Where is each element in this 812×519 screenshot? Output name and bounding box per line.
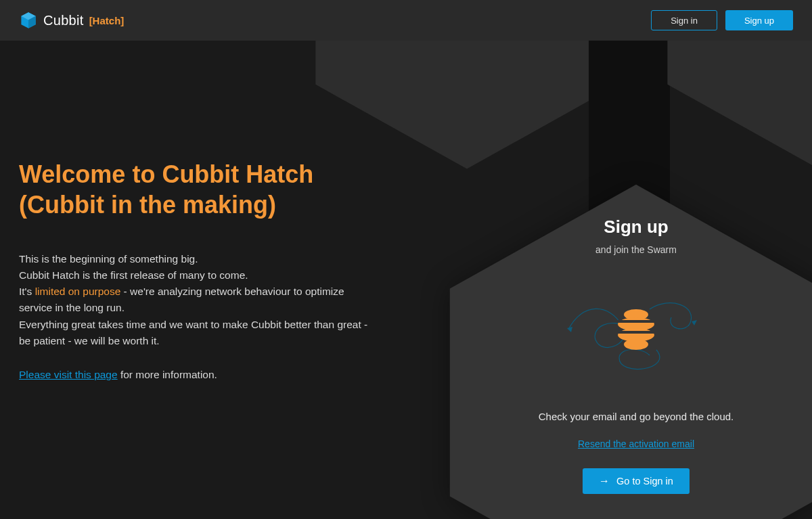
card-title: Sign up (604, 217, 668, 238)
bee-swarm-icon (555, 275, 717, 384)
hero-link-after: for more information. (118, 369, 217, 380)
svg-marker-7 (567, 327, 572, 332)
main: Welcome to Cubbit Hatch (Cubbit in the m… (0, 41, 812, 519)
card-subtitle: and join the Swarm (595, 244, 677, 255)
hero-title-line2: (Cubbit in the making) (19, 191, 276, 219)
hero-title: Welcome to Cubbit Hatch (Cubbit in the m… (19, 159, 379, 220)
go-to-signin-label: Go to Sign in (616, 476, 673, 487)
go-to-signin-button[interactable]: → Go to Sign in (583, 468, 690, 494)
signin-button[interactable]: Sign in (651, 10, 717, 30)
hero-column: Welcome to Cubbit Hatch (Cubbit in the m… (0, 41, 379, 519)
hero-more-info-link[interactable]: Please visit this page (19, 369, 118, 380)
hero-p3a: It's (19, 286, 35, 297)
resend-activation-link[interactable]: Resend the activation email (578, 438, 694, 449)
hero-p4: Everything great takes time and we want … (19, 319, 367, 346)
brand-name: Cubbit (43, 13, 84, 28)
hero-copy: This is the beginning of something big. … (19, 251, 379, 348)
logo[interactable]: Cubbit [Hatch] (19, 11, 124, 30)
svg-rect-13 (616, 320, 656, 323)
svg-rect-14 (616, 331, 656, 334)
header: Cubbit [Hatch] Sign in Sign up (0, 0, 812, 41)
signup-button[interactable]: Sign up (725, 10, 793, 30)
svg-marker-8 (692, 320, 697, 325)
arrow-right-icon: → (599, 475, 610, 487)
hero-p2: Cubbit Hatch is the first release of man… (19, 269, 248, 281)
cube-logo-icon (19, 11, 38, 30)
hero-title-line1: Welcome to Cubbit Hatch (19, 160, 313, 188)
hero-p1: This is the beginning of something big. (19, 253, 198, 265)
svg-point-12 (624, 339, 648, 350)
signup-card-content: Sign up and join the Swarm (420, 176, 812, 519)
brand-tag: [Hatch] (89, 15, 125, 26)
bee-illustration (555, 275, 717, 384)
hero-link-row: Please visit this page for more informat… (19, 367, 379, 383)
card-message: Check your email and go beyond the cloud… (539, 411, 734, 422)
signup-card: Sign up and join the Swarm (420, 176, 812, 519)
hero-p3-accent: limited on purpose (35, 286, 121, 297)
